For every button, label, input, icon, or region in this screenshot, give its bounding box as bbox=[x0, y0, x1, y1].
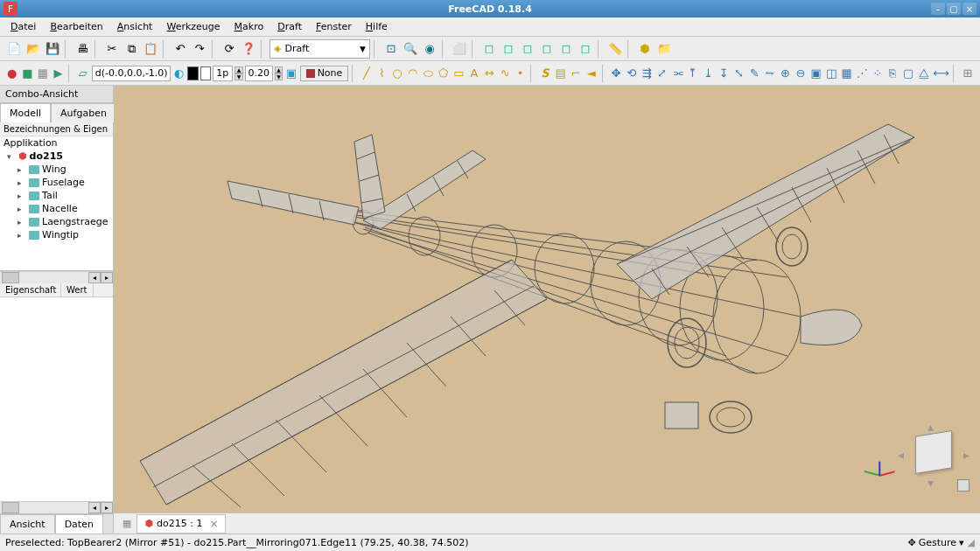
view-bottom-icon[interactable]: ◻ bbox=[557, 40, 575, 58]
mirror-tool-icon[interactable]: ⧋ bbox=[917, 65, 931, 82]
close-button[interactable]: × bbox=[962, 3, 976, 15]
print-icon[interactable]: 🖶 bbox=[74, 40, 91, 58]
paste-icon[interactable]: 📋 bbox=[142, 40, 159, 58]
maximize-button[interactable]: ▢ bbox=[947, 3, 961, 15]
tree-item-nacelle[interactable]: ▸Nacelle bbox=[0, 202, 113, 215]
toggle-icon[interactable]: ◐ bbox=[172, 65, 186, 82]
model-tree[interactable]: Bezeichnungen & Eigen Applikation ▾⬢do21… bbox=[0, 122, 113, 271]
workbench-selector[interactable]: ◈ Draft ▼ bbox=[270, 39, 370, 59]
menu-bearbeiten[interactable]: Bearbeiten bbox=[43, 18, 109, 35]
shapestring-icon[interactable]: S bbox=[538, 65, 552, 82]
part-icon[interactable]: ⬢ bbox=[636, 40, 654, 58]
autogroup-none[interactable]: None bbox=[300, 66, 349, 81]
coord-input[interactable]: d(-0.0,0.0,-1.0) bbox=[92, 66, 171, 81]
line-tool-icon[interactable]: ╱ bbox=[360, 65, 374, 82]
record-icon[interactable]: ● bbox=[5, 65, 19, 82]
minimize-button[interactable]: – bbox=[931, 3, 945, 15]
measure-icon[interactable]: 📏 bbox=[606, 40, 624, 58]
sketch-icon[interactable]: ◫ bbox=[824, 65, 838, 82]
spin-1[interactable]: 1p bbox=[213, 66, 233, 81]
undo-icon[interactable]: ↶ bbox=[172, 40, 189, 58]
dimension-tool-icon[interactable]: ↔ bbox=[483, 65, 497, 82]
zoom-icon[interactable]: 🔍 bbox=[402, 40, 419, 58]
edit-tool-icon[interactable]: ✎ bbox=[748, 65, 762, 82]
tab-ansicht[interactable]: Ansicht bbox=[0, 514, 55, 534]
stop-icon[interactable]: ■ bbox=[21, 65, 35, 82]
menu-hilfe[interactable]: Hilfe bbox=[359, 18, 395, 35]
ellipse-tool-icon[interactable]: ⬭ bbox=[421, 65, 435, 82]
menu-werkzeuge[interactable]: Werkzeuge bbox=[159, 18, 227, 35]
tab-daten[interactable]: Daten bbox=[55, 514, 103, 534]
menu-fenster[interactable]: Fenster bbox=[309, 18, 359, 35]
construction-icon[interactable]: ▣ bbox=[284, 65, 298, 82]
tree-root[interactable]: Applikation bbox=[0, 136, 113, 150]
tree-item-wingtip[interactable]: ▸Wingtip bbox=[0, 228, 113, 241]
plane-icon[interactable]: ▱ bbox=[76, 65, 90, 82]
play-icon[interactable]: ▶ bbox=[52, 65, 66, 82]
property-view[interactable] bbox=[0, 297, 113, 501]
view-iso-icon[interactable]: ⬜ bbox=[451, 40, 468, 58]
move-tool-icon[interactable]: ✥ bbox=[609, 65, 623, 82]
pointarray-icon[interactable]: ⁘ bbox=[871, 65, 885, 82]
downgrade-tool-icon[interactable]: ↧ bbox=[717, 65, 731, 82]
label-icon[interactable]: ◄ bbox=[584, 65, 598, 82]
text-tool-icon[interactable]: A bbox=[467, 65, 481, 82]
clone-tool-icon[interactable]: ⎘ bbox=[886, 65, 900, 82]
face-color[interactable] bbox=[187, 66, 199, 80]
tree-doc[interactable]: ▾⬢do215 bbox=[0, 150, 113, 163]
whatsthis-icon[interactable]: ❓ bbox=[240, 40, 257, 58]
rotate-tool-icon[interactable]: ⟲ bbox=[625, 65, 639, 82]
copy-icon[interactable]: ⧉ bbox=[122, 40, 140, 58]
draw-style-icon[interactable]: ◉ bbox=[421, 40, 438, 58]
tree-item-tail[interactable]: ▸Tail bbox=[0, 189, 113, 202]
nav-style[interactable]: ✥ Gesture ▾ bbox=[907, 537, 963, 548]
cut-icon[interactable]: ✂ bbox=[103, 40, 121, 58]
wire2bspline-icon[interactable]: ⥊ bbox=[763, 65, 777, 82]
view-front-icon[interactable]: ◻ bbox=[480, 40, 498, 58]
trimex-tool-icon[interactable]: ⤢ bbox=[655, 65, 669, 82]
drawing-icon[interactable]: ▢ bbox=[901, 65, 915, 82]
upgrade-tool-icon[interactable]: ⤓ bbox=[702, 65, 716, 82]
open-file-icon[interactable]: 📂 bbox=[24, 40, 42, 58]
facebinder-icon[interactable]: ▤ bbox=[554, 65, 568, 82]
close-tab-icon[interactable]: × bbox=[209, 518, 218, 530]
tree-scrollbar[interactable]: ◂▸ bbox=[0, 271, 113, 283]
menu-datei[interactable]: Datei bbox=[4, 18, 43, 35]
props-scrollbar[interactable]: ◂▸ bbox=[0, 501, 113, 513]
delpoint-icon[interactable]: ⊖ bbox=[794, 65, 808, 82]
menu-draft[interactable]: Draft bbox=[270, 18, 309, 35]
doctab-do215[interactable]: ⬢ do215 : 1 × bbox=[136, 514, 226, 534]
save-file-icon[interactable]: 💾 bbox=[44, 40, 61, 58]
scale-tool-icon[interactable]: ⤡ bbox=[732, 65, 746, 82]
redo-icon[interactable]: ↷ bbox=[191, 40, 208, 58]
addpoint-icon[interactable]: ⊕ bbox=[779, 65, 793, 82]
polygon-tool-icon[interactable]: ⬠ bbox=[437, 65, 451, 82]
array-tool-icon[interactable]: ▦ bbox=[840, 65, 854, 82]
view-top-icon[interactable]: ◻ bbox=[500, 40, 517, 58]
resize-grip-icon[interactable]: ◢ bbox=[968, 537, 975, 548]
bspline-tool-icon[interactable]: ∿ bbox=[498, 65, 512, 82]
offset-tool-icon[interactable]: ⇶ bbox=[640, 65, 654, 82]
group-icon[interactable]: 📁 bbox=[655, 40, 673, 58]
zoom-fit-icon[interactable]: ⊡ bbox=[382, 40, 400, 58]
line-color[interactable] bbox=[200, 66, 212, 80]
spin-2[interactable]: 0.20 bbox=[245, 66, 274, 81]
tree-item-laengstraeger[interactable]: ▸Laengstraege bbox=[0, 215, 113, 228]
tab-aufgaben[interactable]: Aufgaben bbox=[51, 103, 116, 122]
wire-tool-icon[interactable]: ⌇ bbox=[375, 65, 389, 82]
3d-view[interactable]: ▴ ▾ ◂ ▸ bbox=[114, 86, 980, 513]
menu-ansicht[interactable]: Ansicht bbox=[110, 18, 160, 35]
rect-tool-icon[interactable]: ▭ bbox=[452, 65, 466, 82]
navigation-cube[interactable]: ▴ ▾ ◂ ▸ bbox=[903, 425, 964, 486]
snap-toggle-icon[interactable]: ⊞ bbox=[961, 65, 975, 82]
patharray-icon[interactable]: ⋰ bbox=[856, 65, 870, 82]
join-tool-icon[interactable]: ⫘ bbox=[671, 65, 685, 82]
tab-modell[interactable]: Modell bbox=[0, 103, 51, 122]
view-rear-icon[interactable]: ◻ bbox=[538, 40, 556, 58]
new-file-icon[interactable]: 📄 bbox=[5, 40, 23, 58]
view-right-icon[interactable]: ◻ bbox=[519, 40, 536, 58]
point-tool-icon[interactable]: • bbox=[514, 65, 528, 82]
arc-tool-icon[interactable]: ◠ bbox=[406, 65, 420, 82]
view-left-icon[interactable]: ◻ bbox=[577, 40, 594, 58]
circle-tool-icon[interactable]: ○ bbox=[390, 65, 404, 82]
